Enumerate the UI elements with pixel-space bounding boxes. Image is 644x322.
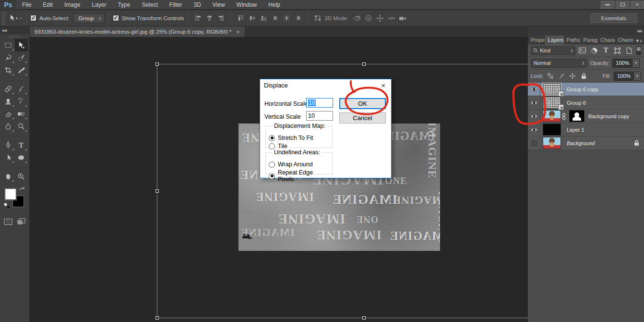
lasso-tool[interactable] [2, 51, 15, 64]
tools-grip[interactable] [0, 34, 29, 39]
zoom-tool[interactable] [15, 170, 28, 183]
tab-paths[interactable]: Paths [564, 36, 581, 45]
quick-selection-tool[interactable] [15, 51, 28, 64]
eraser-tool[interactable] [2, 108, 15, 120]
align-left-edges-button[interactable] [192, 13, 203, 24]
dodge-tool[interactable] [15, 120, 28, 133]
menu-3d[interactable]: 3D [188, 0, 206, 9]
screen-mode-button[interactable] [15, 215, 28, 228]
move-tool-preset-icon[interactable] [9, 13, 19, 24]
transform-handle-bottom-center[interactable] [362, 316, 366, 320]
fill-value[interactable]: 100% [614, 72, 634, 81]
dialog-title-bar[interactable]: Displace × [260, 79, 391, 91]
fill-combo[interactable]: 100% ▼ [614, 72, 641, 81]
swap-colors-icon[interactable] [19, 186, 25, 192]
layer-thumbnail[interactable] [543, 137, 561, 149]
menu-filter[interactable]: Filter [164, 0, 188, 9]
type-tool[interactable]: T [15, 139, 28, 151]
3d-orbit-icon[interactable] [352, 13, 362, 24]
menu-type[interactable]: Type [112, 0, 136, 9]
align-top-edges-button[interactable] [235, 13, 246, 24]
menu-help[interactable]: Help [262, 0, 286, 9]
auto-select-target-dropdown[interactable]: Group ▲▼ [73, 13, 105, 23]
wrap-around-radio[interactable]: Wrap Around [269, 161, 329, 168]
lock-transparent-pixels-icon[interactable] [547, 72, 554, 80]
lock-all-icon[interactable] [580, 72, 587, 80]
tab-properties[interactable]: Prope [528, 36, 545, 45]
layer-mask-thumbnail[interactable] [569, 110, 584, 122]
layer-visibility-toggle[interactable] [528, 136, 540, 149]
layer-name[interactable]: Group 6 [567, 100, 586, 106]
crop-tool[interactable] [2, 64, 15, 76]
3d-roll-icon[interactable] [363, 13, 374, 24]
collapse-panels-icon[interactable]: ◀◀ [637, 29, 644, 33]
stretch-to-fit-radio[interactable]: Stretch To Fit [269, 135, 329, 141]
ok-button[interactable]: OK [339, 98, 386, 109]
collapse-panel-icon[interactable]: ◀◀ [0, 26, 29, 34]
layer-name[interactable]: Layer 1 [567, 127, 584, 133]
default-colors-icon[interactable] [4, 203, 10, 209]
layer-row-group-6[interactable]: Group 6 [528, 96, 644, 110]
rectangular-marquee-tool[interactable] [2, 39, 15, 51]
distribute-right-edges-button[interactable] [293, 13, 303, 24]
layer-thumbnail[interactable] [543, 110, 561, 122]
hand-tool[interactable] [2, 170, 15, 183]
filter-smart-objects-icon[interactable] [625, 46, 634, 55]
repeat-edge-pixels-radio[interactable]: Repeat Edge Pixels [269, 169, 329, 183]
minimize-button[interactable] [601, 1, 614, 9]
distribute-spacing-button[interactable] [312, 13, 323, 24]
transform-box-bottom-edge[interactable] [157, 318, 528, 318]
menu-image[interactable]: Image [59, 0, 86, 9]
menu-layer[interactable]: Layer [86, 0, 112, 9]
align-vertical-centers-button[interactable] [247, 13, 257, 24]
opacity-combo[interactable]: 100% ▼ [612, 59, 640, 68]
spot-healing-brush-tool[interactable] [2, 83, 15, 95]
layer-thumbnail[interactable] [543, 97, 561, 109]
pen-tool[interactable] [2, 139, 15, 151]
preset-dropdown-arrow[interactable]: ▼ [20, 17, 22, 19]
distribute-left-edges-button[interactable] [270, 13, 280, 24]
mask-link-icon[interactable] [562, 112, 566, 120]
foreground-color-swatch[interactable] [5, 188, 16, 200]
align-bottom-edges-button[interactable] [258, 13, 269, 24]
transform-handle-bottom-left[interactable] [155, 316, 159, 320]
menu-file[interactable]: File [16, 0, 37, 9]
gradient-tool[interactable] [15, 108, 28, 120]
history-brush-tool[interactable] [15, 95, 28, 108]
tab-character[interactable]: Chara [597, 36, 615, 45]
restore-button[interactable] [616, 1, 629, 9]
workspace-switcher-button[interactable]: Essentials [590, 13, 637, 23]
lock-image-pixels-icon[interactable] [558, 72, 565, 80]
tab-close-icon[interactable]: × [236, 28, 240, 36]
ellipse-shape-tool[interactable] [15, 151, 28, 164]
filter-type-layers-icon[interactable]: T [601, 46, 610, 55]
layer-visibility-toggle[interactable] [528, 123, 540, 136]
layer-row-background-copy[interactable]: Background copy [528, 110, 644, 123]
3d-dolly-camera-icon[interactable] [398, 13, 408, 24]
filter-shape-layers-icon[interactable] [613, 46, 622, 55]
layer-row-background[interactable]: Background [528, 136, 644, 150]
tab-layers[interactable]: Layers [545, 36, 564, 45]
quick-mask-mode-button[interactable] [2, 215, 15, 228]
vertical-scale-input[interactable]: 10 [306, 111, 333, 121]
cancel-button[interactable]: Cancel [339, 112, 386, 124]
opacity-value[interactable]: 100% [612, 59, 632, 68]
dialog-close-icon[interactable]: × [379, 81, 387, 89]
layer-name[interactable]: Background [567, 140, 595, 146]
tab-channels[interactable]: Chann [615, 36, 633, 45]
lock-position-icon[interactable] [569, 72, 576, 80]
tab-paragraph[interactable]: Parag [580, 36, 597, 45]
blur-tool[interactable] [2, 120, 15, 133]
menu-edit[interactable]: Edit [37, 0, 59, 9]
layer-thumbnail[interactable] [543, 124, 561, 136]
layer-name[interactable]: Background copy [588, 113, 629, 119]
horizontal-scale-input[interactable]: 10 [306, 98, 333, 108]
clone-stamp-tool[interactable] [2, 95, 15, 108]
tile-radio[interactable]: Tile [269, 143, 329, 149]
transform-handle-top-center[interactable] [362, 62, 366, 66]
menu-select[interactable]: Select [136, 0, 163, 9]
filtering-on-off-toggle[interactable] [636, 46, 641, 55]
close-button[interactable]: × [631, 1, 644, 9]
layer-visibility-toggle[interactable] [528, 96, 540, 109]
chevron-down-icon[interactable]: ▼ [634, 72, 641, 81]
